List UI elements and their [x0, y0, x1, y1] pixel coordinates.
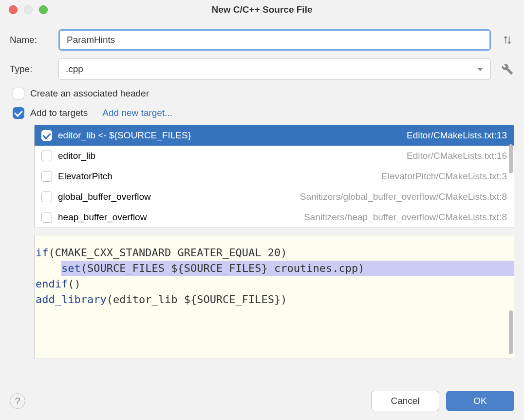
- target-path: Editor/CMakeLists.txt:13: [407, 130, 507, 141]
- help-button[interactable]: ?: [10, 393, 25, 409]
- sort-icon[interactable]: [501, 33, 514, 47]
- close-window-icon[interactable]: [9, 5, 18, 14]
- code-function: set: [61, 262, 81, 274]
- target-name: global_buffer_overflow: [58, 191, 294, 202]
- target-name: editor_lib: [58, 151, 401, 161]
- code-text: (): [68, 278, 81, 290]
- targets-list[interactable]: editor_lib <- ${SOURCE_FILES} Editor/CMa…: [34, 125, 514, 228]
- name-label: Name:: [10, 35, 49, 45]
- type-value: .cpp: [66, 64, 83, 75]
- target-row[interactable]: ElevatorPitch ElevatorPitch/CMakeLists.t…: [35, 166, 514, 187]
- target-name: heap_buffer_overflow: [58, 212, 298, 223]
- type-select[interactable]: .cpp: [58, 58, 491, 80]
- target-path: Sanitizers/heap_buffer_overflow/CMakeLis…: [304, 212, 507, 223]
- type-label: Type:: [10, 64, 49, 75]
- code-text: (SOURCE_FILES ${SOURCE_FILES} croutines.…: [81, 262, 365, 274]
- type-row: Type: .cpp: [10, 58, 514, 80]
- scrollbar[interactable]: [509, 144, 513, 173]
- add-targets-checkbox[interactable]: [13, 107, 24, 119]
- button-bar: ? Cancel OK: [0, 385, 524, 420]
- cancel-button[interactable]: Cancel: [371, 391, 439, 411]
- create-header-row: Create an associated header: [13, 88, 514, 99]
- window-controls: [9, 5, 48, 14]
- code-keyword: if: [36, 247, 49, 259]
- dialog-window: New C/C++ Source File Name: Type: .cpp: [0, 0, 524, 420]
- target-checkbox[interactable]: [41, 151, 52, 161]
- target-row[interactable]: heap_buffer_overflow Sanitizers/heap_buf…: [35, 207, 514, 228]
- target-row[interactable]: editor_lib <- ${SOURCE_FILES} Editor/CMa…: [35, 125, 514, 146]
- create-header-checkbox[interactable]: [13, 88, 24, 99]
- add-targets-label: Add to targets: [30, 108, 88, 118]
- titlebar: New C/C++ Source File: [0, 0, 524, 19]
- target-checkbox[interactable]: [41, 171, 52, 182]
- code-preview[interactable]: if(CMAKE_CXX_STANDARD GREATER_EQUAL 20) …: [34, 235, 514, 359]
- dialog-content: Name: Type: .cpp Create an associat: [0, 19, 524, 385]
- name-row: Name:: [10, 29, 514, 51]
- target-path: ElevatorPitch/CMakeLists.txt:3: [381, 171, 507, 182]
- create-header-label: Create an associated header: [30, 88, 149, 99]
- target-row[interactable]: editor_lib Editor/CMakeLists.txt:16: [35, 146, 514, 166]
- add-targets-row: Add to targets Add new target...: [13, 107, 514, 119]
- code-text: (editor_lib ${SOURCE_FILES}): [107, 293, 287, 305]
- code-text: (CMAKE_CXX_STANDARD GREATER_EQUAL 20): [49, 247, 287, 259]
- add-new-target-link[interactable]: Add new target...: [102, 108, 172, 118]
- maximize-window-icon[interactable]: [39, 5, 48, 14]
- target-path: Editor/CMakeLists.txt:16: [407, 151, 507, 161]
- minimize-window-icon[interactable]: [24, 5, 33, 14]
- target-checkbox[interactable]: [41, 191, 52, 202]
- target-checkbox[interactable]: [41, 130, 52, 141]
- target-row[interactable]: global_buffer_overflow Sanitizers/global…: [35, 187, 514, 207]
- code-keyword: endif: [36, 278, 68, 290]
- target-path: Sanitizers/global_buffer_overflow/CMakeL…: [300, 191, 507, 202]
- scrollbar[interactable]: [509, 310, 513, 354]
- ok-button[interactable]: OK: [446, 391, 514, 411]
- wrench-icon[interactable]: [501, 62, 514, 76]
- target-name: ElevatorPitch: [58, 171, 375, 182]
- window-title: New C/C++ Source File: [8, 4, 516, 15]
- chevron-down-icon: [477, 68, 483, 71]
- target-checkbox[interactable]: [41, 212, 52, 223]
- code-function: add_library: [36, 293, 107, 305]
- target-name: editor_lib <- ${SOURCE_FILES}: [58, 130, 401, 141]
- name-input[interactable]: [58, 29, 491, 51]
